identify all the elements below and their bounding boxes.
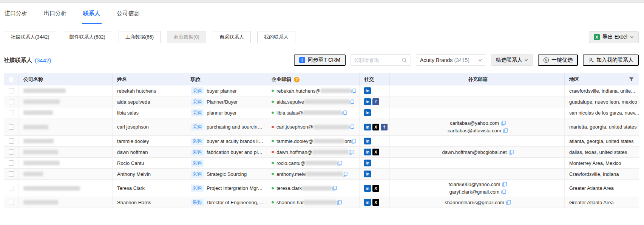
company-filter-select[interactable]: Acuity Brands (3415): [416, 54, 486, 66]
email-status-dot: [272, 162, 274, 164]
copy-icon[interactable]: [332, 186, 337, 191]
row-checkbox[interactable]: [9, 110, 14, 115]
copy-icon[interactable]: [509, 150, 514, 155]
region-text: Greater Atlanta Area: [569, 185, 614, 191]
extra-emails: dawn.hoffman@sbcglobal.net: [390, 147, 565, 157]
filter-button[interactable]: 邮件联系人(682): [63, 31, 112, 43]
table-row[interactable]: Teresa Clark 采购 Project Intergration Mgr…: [4, 180, 639, 197]
social-icons: in: [360, 107, 390, 118]
copy-icon[interactable]: [501, 121, 506, 126]
row-checkbox[interactable]: [9, 160, 14, 166]
tab[interactable]: 进口分析: [5, 3, 27, 24]
row-checkbox[interactable]: [9, 88, 14, 93]
copy-icon[interactable]: [349, 99, 354, 104]
copy-icon[interactable]: [501, 189, 506, 194]
row-checkbox[interactable]: [9, 149, 14, 155]
export-excel-button[interactable]: X 导出 Excel: [589, 31, 639, 43]
optimize-badge-icon: [543, 57, 549, 63]
copy-icon[interactable]: [351, 88, 356, 93]
table-row[interactable]: Shannon Harris 采购 Director of Engineerin…: [4, 197, 639, 208]
table-row[interactable]: tammie dooley 采购 buyer at acuity brands …: [4, 136, 639, 147]
x-icon[interactable]: X: [372, 124, 379, 130]
filter-button[interactable]: 商业数据(0): [167, 31, 206, 43]
region-text: Crawfordsville, Indiana: [569, 171, 619, 177]
filter-button[interactable]: 工商数据(66): [119, 31, 161, 43]
copy-icon[interactable]: [337, 200, 342, 205]
table-row[interactable]: aida sepulveda 采购 Planner/Buyer aida.sep…: [4, 96, 639, 107]
help-question-icon[interactable]: ?: [294, 77, 300, 82]
copy-icon[interactable]: [349, 124, 354, 129]
copy-icon[interactable]: [351, 139, 356, 144]
one-click-optimize-button[interactable]: 一键优选: [538, 54, 578, 66]
sync-tcrm-button[interactable]: T 同步至T-CRM: [294, 54, 346, 66]
extra-emails: tclark6000@yahoo.com garyf.clark@gmail.c…: [390, 180, 565, 197]
company-name-redacted: [23, 150, 58, 154]
copy-icon[interactable]: [342, 110, 347, 115]
company-filter-value: Acuity Brands: [420, 57, 452, 63]
region-text: Greater Atlanta Area: [569, 200, 614, 205]
linkedin-icon[interactable]: in: [364, 124, 371, 130]
linkedin-icon[interactable]: in: [364, 87, 371, 94]
row-checkbox[interactable]: [9, 99, 14, 104]
filter-contacts-button[interactable]: 筛选联系人: [491, 54, 533, 66]
position-text: fabrication buyer and pla...: [207, 149, 264, 155]
filter-button[interactable]: 自采联系人: [213, 31, 251, 43]
facebook-icon[interactable]: f: [372, 98, 379, 105]
row-checkbox[interactable]: [9, 171, 14, 177]
row-checkbox[interactable]: [9, 186, 14, 191]
linkedin-icon[interactable]: in: [364, 171, 371, 177]
table-row[interactable]: libia salas 采购 planner buyer libia.salas…: [4, 107, 639, 118]
table-row[interactable]: dawn hoffman 采购 fabrication buyer and pl…: [4, 147, 639, 158]
excel-icon: X: [594, 34, 600, 40]
extra-emails: [390, 107, 565, 118]
chevron-down-icon: [524, 58, 528, 62]
social-icons: inX: [360, 180, 390, 197]
copy-icon[interactable]: [349, 150, 354, 155]
copy-icon[interactable]: [506, 200, 511, 205]
linkedin-icon[interactable]: in: [364, 109, 371, 116]
position-search-input[interactable]: [354, 57, 402, 63]
add-to-my-contacts-button[interactable]: 加入我的联系人: [583, 54, 639, 66]
email-redacted: [313, 125, 349, 129]
table-row[interactable]: Anthony Melvin 采购 Strategic Sourcing ant…: [4, 169, 639, 180]
filter-contacts-label: 筛选联系人: [496, 57, 522, 64]
filter-button[interactable]: 我的联系人: [257, 31, 295, 43]
position-text: Director of Engineering, S...: [207, 200, 264, 205]
filter-button-label: 商业数据(0): [174, 34, 199, 40]
email-redacted: [302, 186, 332, 191]
filter-funnel-icon[interactable]: [629, 77, 634, 82]
x-icon[interactable]: X: [372, 199, 379, 206]
table-row[interactable]: rebekah hutchens 采购 buyer planner rebeka…: [4, 85, 639, 96]
extra-emails: [390, 136, 565, 146]
copy-icon[interactable]: [503, 128, 508, 133]
email-visible-part: rebekah.hutchens@: [276, 88, 321, 94]
linkedin-icon[interactable]: in: [364, 199, 371, 206]
linkedin-icon[interactable]: in: [364, 138, 371, 144]
linkedin-icon[interactable]: in: [364, 149, 371, 155]
tab[interactable]: 联系人: [83, 3, 100, 24]
table-row[interactable]: carl josephson 采购 purchasing and sourcin…: [4, 118, 639, 136]
row-checkbox[interactable]: [9, 200, 14, 205]
copy-icon[interactable]: [337, 161, 342, 166]
table-row[interactable]: Rocio Cantu 采购 rocio.cantu@ in Monterrey…: [4, 158, 639, 169]
company-name-redacted: [23, 88, 66, 93]
select-all-checkbox[interactable]: [9, 77, 14, 82]
tcrm-icon: T: [299, 57, 305, 63]
linkedin-icon[interactable]: in: [364, 160, 371, 166]
filter-button[interactable]: 社媒联系人(3442): [4, 31, 56, 43]
tab[interactable]: 公司信息: [117, 3, 139, 24]
row-checkbox[interactable]: [9, 124, 14, 130]
row-checkbox[interactable]: [9, 138, 14, 144]
linkedin-icon[interactable]: in: [364, 98, 371, 105]
facebook-icon[interactable]: f: [381, 124, 388, 130]
procurement-tag: 采购: [191, 98, 204, 106]
linkedin-icon[interactable]: in: [364, 185, 371, 192]
x-icon[interactable]: X: [372, 185, 379, 192]
copy-icon[interactable]: [343, 172, 347, 177]
extra-email-line: shannonlharris@gmail.com: [445, 199, 511, 206]
copy-icon[interactable]: [502, 182, 507, 187]
company-name-redacted: [23, 161, 60, 165]
procurement-tag: 采购: [191, 149, 204, 156]
x-icon[interactable]: X: [372, 149, 379, 155]
tab[interactable]: 出口分析: [44, 3, 66, 24]
